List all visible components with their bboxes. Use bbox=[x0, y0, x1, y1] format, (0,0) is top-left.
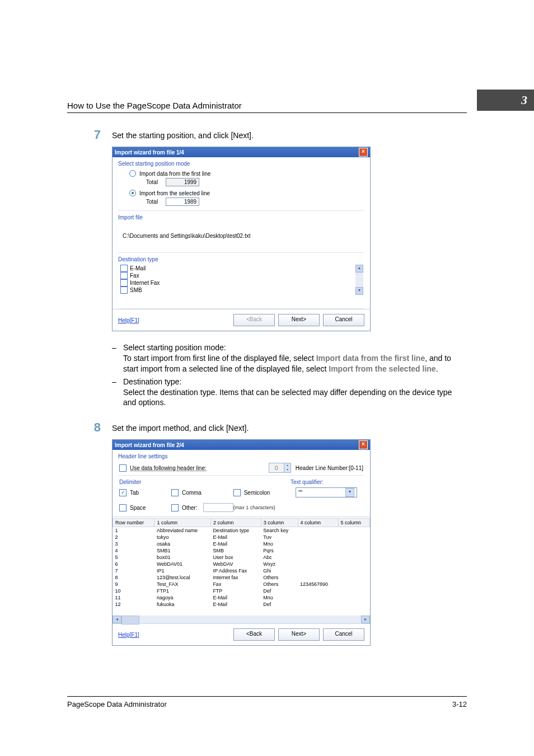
table-cell bbox=[298, 547, 338, 554]
space-checkbox[interactable] bbox=[119, 504, 127, 511]
preview-table[interactable]: Row number1 column2 column3 column4 colu… bbox=[113, 518, 370, 608]
table-row[interactable]: 7IP1IP Address FaxGhi bbox=[113, 567, 370, 574]
radio-import-first-line-label: Import data from the first line bbox=[139, 171, 210, 177]
table-cell: osaka bbox=[154, 541, 210, 547]
back-button: <Back bbox=[233, 314, 275, 326]
table-cell: Destination type bbox=[210, 527, 261, 534]
delimiter-label: Delimiter bbox=[119, 479, 291, 485]
table-cell: E-Mail bbox=[210, 601, 261, 608]
table-row[interactable]: 5box01User boxAbc bbox=[113, 554, 370, 561]
destination-type-list[interactable]: E-Mail Fax Internet Fax SMB ▴ ▾ bbox=[119, 265, 363, 295]
comma-checkbox[interactable] bbox=[171, 489, 179, 496]
spinner-up-icon[interactable]: ▴ bbox=[284, 463, 291, 468]
preview-table-wrap: Row number1 column2 column3 column4 colu… bbox=[113, 516, 370, 616]
explain-dest-type-body: Select the destination type. Items that … bbox=[123, 388, 452, 407]
table-cell bbox=[338, 588, 370, 594]
semicolon-checkbox[interactable] bbox=[233, 489, 241, 496]
table-cell: Abc bbox=[261, 554, 298, 561]
table-cell bbox=[338, 547, 370, 554]
dest-smb-checkbox[interactable] bbox=[120, 287, 128, 294]
table-cell: Search key bbox=[261, 527, 298, 534]
cancel-button[interactable]: Cancel bbox=[323, 314, 364, 326]
table-row[interactable]: 8123@test.localInternet faxOthers bbox=[113, 574, 370, 581]
next-button[interactable]: Next> bbox=[278, 628, 320, 641]
dest-item-label: E-Mail bbox=[130, 265, 146, 271]
table-cell bbox=[338, 527, 370, 534]
preview-column-header[interactable]: 4 column bbox=[298, 519, 338, 527]
table-row[interactable]: 3osakaE-MailMno bbox=[113, 541, 370, 547]
preview-column-header[interactable]: 5 column bbox=[338, 519, 370, 527]
total-label-2: Total bbox=[146, 199, 158, 205]
total-box-2[interactable]: 1989 bbox=[166, 198, 199, 206]
table-row[interactable]: 2tokyoE-MailTuv bbox=[113, 534, 370, 541]
table-row[interactable]: 11nagoyaE-MailMno bbox=[113, 594, 370, 601]
scroll-up-icon[interactable]: ▴ bbox=[355, 265, 363, 273]
back-button[interactable]: <Back bbox=[233, 628, 275, 641]
table-cell bbox=[298, 527, 338, 534]
table-cell: nagoya bbox=[154, 594, 210, 601]
semicolon-label: Semicolon bbox=[244, 490, 270, 496]
table-cell: 10 bbox=[113, 588, 154, 594]
scroll-down-icon[interactable]: ▾ bbox=[355, 287, 363, 295]
use-header-checkbox[interactable] bbox=[119, 464, 127, 472]
preview-column-header[interactable]: 3 column bbox=[261, 519, 298, 527]
table-cell: 4 bbox=[113, 547, 154, 554]
dest-email-checkbox[interactable] bbox=[120, 265, 128, 272]
table-row[interactable]: 9Test_FAXFaxOthers1234567890 bbox=[113, 581, 370, 588]
explain-dest-type-label: Destination type: bbox=[123, 377, 181, 386]
spinner-down-icon[interactable]: ▾ bbox=[284, 468, 291, 472]
table-cell: E-Mail bbox=[210, 594, 261, 601]
dash-bullet: – bbox=[112, 377, 123, 408]
table-cell: fukuoka bbox=[154, 601, 210, 608]
table-row[interactable]: 10FTP1FTPDef bbox=[113, 588, 370, 594]
other-checkbox[interactable] bbox=[171, 504, 179, 511]
close-icon[interactable]: × bbox=[359, 440, 368, 449]
table-cell: IP1 bbox=[154, 567, 210, 574]
radio-import-first-line[interactable] bbox=[129, 170, 136, 177]
destination-type-label: Destination type bbox=[113, 253, 370, 264]
text-qualifier-select[interactable]: "" ▾ bbox=[296, 487, 357, 497]
dest-fax-checkbox[interactable] bbox=[120, 272, 128, 279]
table-row[interactable]: 4SMB1SMBPqrs bbox=[113, 547, 370, 554]
dest-scrollbar[interactable]: ▴ ▾ bbox=[355, 265, 363, 295]
table-cell: Abbreviated name bbox=[154, 527, 210, 534]
table-cell: Tuv bbox=[261, 534, 298, 541]
table-row[interactable]: 6WebDAV01WebDAVWxyz bbox=[113, 561, 370, 567]
table-cell: FTP1 bbox=[154, 588, 210, 594]
scroll-thumb[interactable] bbox=[121, 616, 139, 624]
table-cell: Wxyz bbox=[261, 561, 298, 567]
preview-column-header[interactable]: 1 column bbox=[154, 519, 210, 527]
table-cell bbox=[338, 567, 370, 574]
other-label: Other: bbox=[182, 505, 198, 511]
next-button[interactable]: Next> bbox=[278, 314, 320, 326]
explain-text: . bbox=[436, 364, 438, 373]
table-cell: E-Mail bbox=[210, 541, 261, 547]
table-cell: FTP bbox=[210, 588, 261, 594]
horizontal-scrollbar[interactable]: ◂ ▸ bbox=[113, 616, 370, 623]
table-cell: SMB bbox=[210, 547, 261, 554]
table-cell: Def bbox=[261, 601, 298, 608]
import-wizard-dialog-1: Import wizard from file 1/4 × Select sta… bbox=[112, 147, 371, 331]
use-header-label: Use data following header line: bbox=[130, 465, 207, 471]
help-link[interactable]: Help[F1] bbox=[118, 632, 139, 638]
table-cell: 7 bbox=[113, 567, 154, 574]
scroll-right-icon[interactable]: ▸ bbox=[361, 616, 370, 623]
page-header-title: How to Use the PageScope Data Administra… bbox=[67, 101, 242, 110]
radio-import-selected-line[interactable] bbox=[129, 190, 136, 196]
table-cell: Others bbox=[261, 574, 298, 581]
help-link[interactable]: Help[F1] bbox=[118, 317, 139, 323]
dest-internetfax-checkbox[interactable] bbox=[120, 279, 128, 287]
table-row[interactable]: 12fukuokaE-MailDef bbox=[113, 601, 370, 608]
table-row[interactable]: 1Abbreviated nameDestination typeSearch … bbox=[113, 527, 370, 534]
table-cell bbox=[338, 581, 370, 588]
preview-column-header[interactable]: Row number bbox=[113, 519, 154, 527]
preview-column-header[interactable]: 2 column bbox=[210, 519, 261, 527]
header-line-spinner[interactable]: 0 ▴▾ bbox=[269, 463, 291, 473]
scroll-left-icon[interactable]: ◂ bbox=[113, 616, 121, 623]
text-qualifier-label: Text qualifier: bbox=[291, 479, 363, 485]
table-cell: Mno bbox=[261, 594, 298, 601]
close-icon[interactable]: × bbox=[359, 148, 368, 157]
tab-checkbox[interactable]: ✓ bbox=[119, 489, 127, 496]
cancel-button[interactable]: Cancel bbox=[323, 628, 364, 641]
other-input[interactable] bbox=[203, 503, 233, 512]
